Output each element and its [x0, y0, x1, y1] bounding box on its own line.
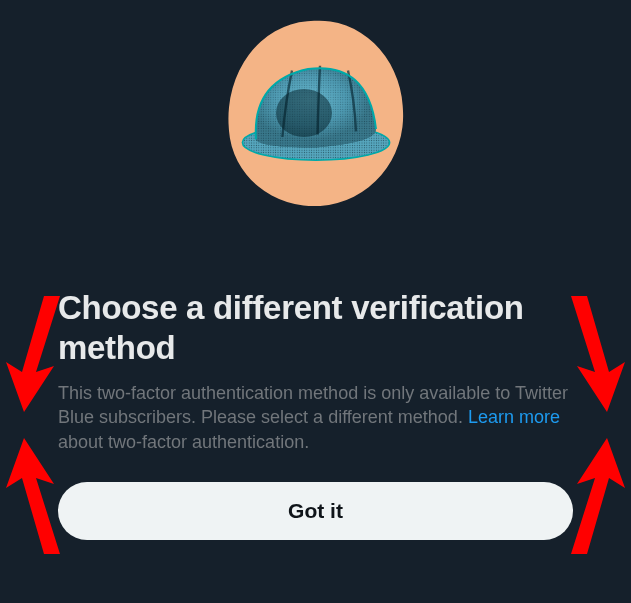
dialog-content: Choose a different verification method T… [0, 288, 631, 540]
hero-illustration [216, 8, 416, 218]
got-it-button[interactable]: Got it [58, 482, 573, 540]
body-text-suffix: about two-factor authentication. [58, 432, 309, 452]
hardhat-icon [236, 53, 396, 173]
dialog-title: Choose a different verification method [58, 288, 573, 367]
dialog-body: This two-factor authentication method is… [58, 381, 573, 454]
dialog-container: Choose a different verification method T… [0, 0, 631, 603]
svg-point-3 [276, 89, 332, 137]
learn-more-link[interactable]: Learn more [468, 407, 560, 427]
